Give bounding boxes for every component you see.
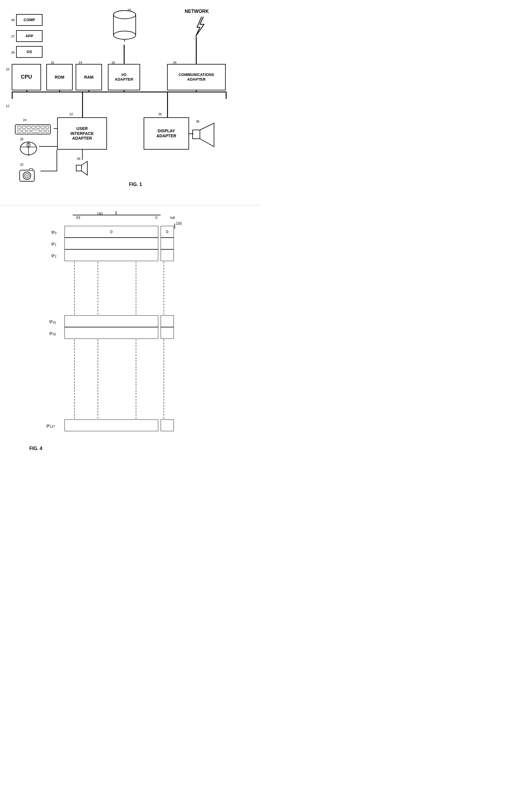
fig1-caption: FIG. 1 — [129, 182, 142, 187]
rom-bus-stub — [59, 90, 60, 92]
gr32-label: gr32 — [49, 330, 56, 336]
rom-box: ROM — [46, 64, 73, 90]
dash-v5 — [74, 339, 75, 419]
gr31-main — [64, 315, 158, 327]
col-header-0: 0 — [155, 216, 157, 220]
fig1-diagram: 40 37 39 COMP APP OS 10 12 CPU 16 ROM 14… — [0, 0, 260, 205]
ref-37: 37 — [11, 34, 15, 38]
comp-box: COMP — [16, 14, 43, 26]
svg-point-5 — [113, 10, 136, 19]
os-box: OS — [16, 46, 43, 58]
gr127-label: gr127 — [46, 423, 55, 428]
dash-v1 — [74, 262, 75, 315]
small-speaker-icon — [76, 160, 92, 176]
bus-line — [12, 92, 226, 92]
ref-150: 150 — [176, 221, 182, 226]
fig4-caption: FIG. 4 — [29, 446, 42, 451]
svg-rect-26 — [76, 165, 81, 171]
ram-bus-stub — [88, 90, 89, 92]
160-line — [73, 215, 161, 215]
ref-36: 36 — [158, 112, 162, 116]
ref-12: 12 — [6, 104, 9, 108]
svg-rect-28 — [192, 130, 200, 139]
mouse-icon — [18, 140, 39, 156]
svg-marker-29 — [200, 123, 214, 147]
io-bus-stub — [124, 90, 125, 92]
app-box: APP — [16, 30, 43, 42]
svg-point-32 — [25, 173, 29, 178]
150-line — [175, 224, 175, 229]
gr31-nat — [161, 315, 174, 327]
ui-adapter-box: USERINTERFACEADAPTER — [57, 117, 107, 150]
gr2-nat — [161, 249, 174, 261]
camera-icon — [18, 166, 40, 185]
svg-marker-27 — [81, 161, 87, 175]
ram-box: RAM — [76, 64, 102, 90]
gr2-label: gr2 — [51, 253, 57, 258]
svg-point-4 — [113, 31, 136, 39]
network-label: NETWORK — [185, 9, 209, 14]
cpu-bus-stub — [26, 90, 27, 92]
dash-v3 — [136, 262, 136, 315]
gr32-nat — [161, 327, 174, 339]
gr31-label: gr31 — [49, 319, 56, 324]
dash-v7 — [136, 339, 136, 419]
cylinder-icon — [113, 9, 136, 42]
ref-22: 22 — [70, 112, 73, 116]
cpu-box: CPU — [12, 64, 41, 90]
dash-v4 — [163, 262, 164, 315]
lightning-icon — [193, 16, 205, 37]
display-to-speaker — [189, 133, 193, 134]
gr127-main — [64, 419, 158, 431]
display-adapter-box: DISPLAYADAPTER — [144, 117, 189, 150]
keyboard-to-ui-h — [54, 128, 57, 129]
dash-v2 — [98, 262, 98, 315]
ui-to-speaker — [82, 150, 83, 160]
comm-adapter-box: COMMUNICATIONSADAPTER — [167, 64, 226, 90]
gr32-main — [64, 327, 158, 339]
fig4-diagram: 63 0 nat 160 150 0 0 gr0 gr1 gr2 gr31 gr… — [0, 205, 260, 513]
comm-bus-stub — [196, 90, 197, 92]
network-to-comm — [196, 37, 197, 64]
keyboard-icon — [15, 122, 53, 135]
160-tick — [116, 211, 116, 215]
svg-rect-34 — [29, 169, 33, 170]
mouse-to-ui-h — [39, 146, 57, 147]
ref-10: 10 — [6, 68, 9, 71]
dash-v6 — [98, 339, 98, 419]
bus-left-end — [12, 92, 12, 99]
gr0-main: 0 — [64, 226, 158, 238]
ref-40: 40 — [11, 18, 15, 22]
bus-to-ui — [82, 92, 83, 117]
col-header-nat: nat — [170, 216, 175, 220]
bus-to-display — [167, 92, 168, 117]
gr1-main — [64, 238, 158, 249]
gr1-label: gr1 — [51, 241, 57, 246]
camera-to-ui-v — [57, 150, 57, 171]
large-speaker-icon — [192, 122, 218, 148]
ref-24: 24 — [23, 118, 26, 122]
io-adapter-box: I/OADAPTER — [108, 64, 140, 90]
gr127-nat — [161, 419, 174, 431]
camera-to-ui-h — [41, 171, 57, 171]
col-header-63: 63 — [76, 216, 80, 220]
bus-right-end — [226, 92, 227, 99]
dash-v8 — [163, 339, 164, 419]
gr2-main — [64, 249, 158, 261]
ref-39: 39 — [11, 51, 15, 54]
gr0-label: gr0 — [51, 229, 57, 235]
gr0-nat: 0 — [161, 226, 174, 238]
cylinder-to-io — [124, 45, 125, 64]
gr1-nat — [161, 238, 174, 249]
